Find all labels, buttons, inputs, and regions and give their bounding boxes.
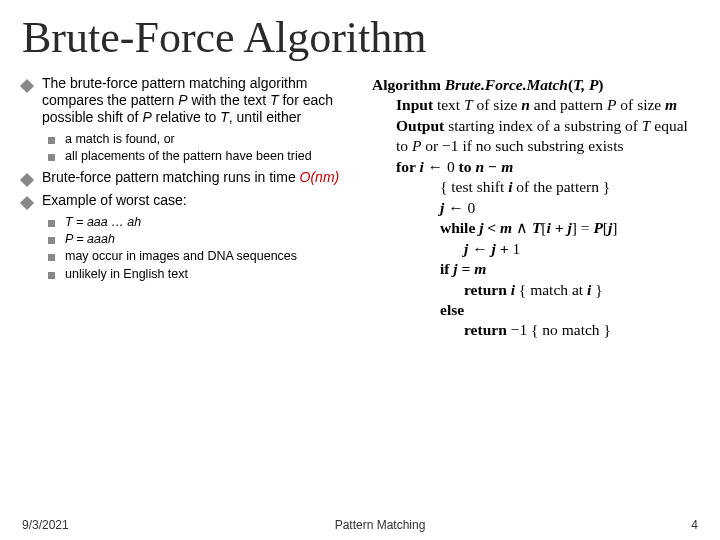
sub-1b: all placements of the pattern have been … [48, 149, 362, 164]
sub-3b: P = aaah [48, 232, 362, 247]
left-column: The brute-force pattern matching algorit… [22, 75, 362, 341]
sub-1b-text: all placements of the pattern have been … [65, 149, 312, 164]
diamond-icon [20, 173, 34, 187]
algo-if: if j = m [372, 259, 698, 279]
square-icon [48, 154, 55, 161]
diamond-icon [20, 79, 34, 93]
algo-return-nomatch: return −1 { no match } [372, 320, 698, 340]
sub-3c: may occur in images and DNA sequences [48, 249, 362, 264]
bullet-1: The brute-force pattern matching algorit… [22, 75, 362, 126]
algo-j-incr: j ← j + 1 [372, 239, 698, 259]
bullet-2-text: Brute-force pattern matching runs in tim… [42, 169, 362, 186]
diamond-icon [20, 196, 34, 210]
algo-for: for i ← 0 to n − m [372, 157, 698, 177]
algo-else: else [372, 300, 698, 320]
bullet-3: Example of worst case: [22, 192, 362, 209]
algo-input: Input text T of size n and pattern P of … [372, 95, 698, 115]
algorithm-block: Algorithm Brute.​Force.​Match(T, P) Inpu… [372, 75, 698, 341]
square-icon [48, 220, 55, 227]
footer: 9/3/2021 Pattern Matching 4 [22, 518, 698, 532]
footer-center: Pattern Matching [335, 518, 426, 532]
square-icon [48, 272, 55, 279]
slide: Brute-Force Algorithm The brute-force pa… [0, 0, 720, 540]
slide-title: Brute-Force Algorithm [22, 12, 698, 63]
sub-3d: unlikely in English text [48, 267, 362, 282]
algo-line-1: Algorithm Brute.​Force.​Match(T, P) [372, 76, 604, 93]
sub-3a: T = aaa … ah [48, 215, 362, 230]
square-icon [48, 237, 55, 244]
algo-comment-shift: { test shift i of the pattern } [372, 177, 698, 197]
algo-while: while j < m ∧ T[i + j] = P[j] [372, 218, 698, 238]
bullet-3-text: Example of worst case: [42, 192, 362, 209]
bullet-2: Brute-force pattern matching runs in tim… [22, 169, 362, 186]
sub-3c-text: may occur in images and DNA sequences [65, 249, 297, 264]
square-icon [48, 137, 55, 144]
algo-return-match: return i { match at i } [372, 280, 698, 300]
sub-1a-text: a match is found, or [65, 132, 175, 147]
square-icon [48, 254, 55, 261]
content-columns: The brute-force pattern matching algorit… [22, 75, 698, 341]
sub-3a-text: T = aaa … ah [65, 215, 141, 230]
algo-output: Output starting index of a substring of … [372, 116, 698, 157]
sub-3d-text: unlikely in English text [65, 267, 188, 282]
algo-j-init: j ← 0 [372, 198, 698, 218]
sub-1a: a match is found, or [48, 132, 362, 147]
sub-3b-text: P = aaah [65, 232, 115, 247]
bullet-1-text: The brute-force pattern matching algorit… [42, 75, 362, 126]
footer-date: 9/3/2021 [22, 518, 69, 532]
footer-page: 4 [691, 518, 698, 532]
